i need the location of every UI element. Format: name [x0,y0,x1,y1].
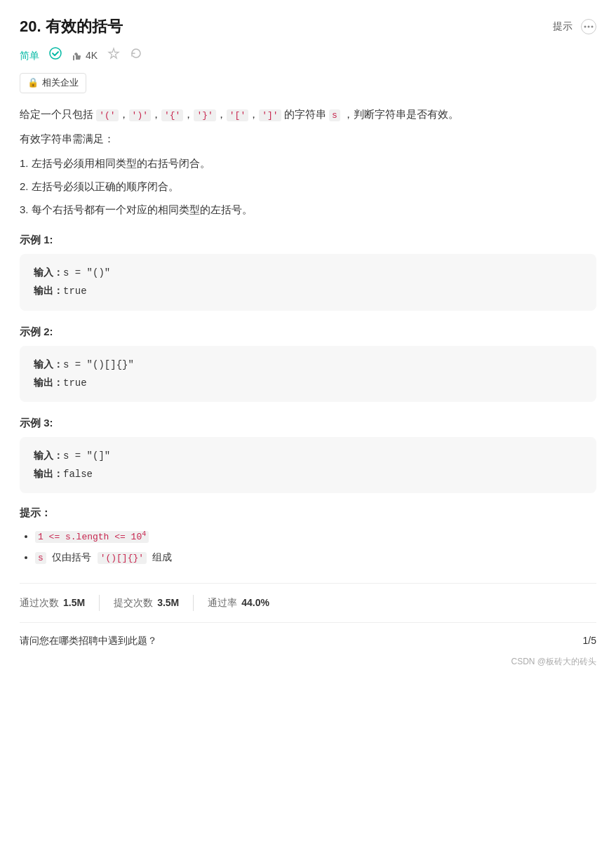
footer-question-text: 请问您在哪类招聘中遇到此题？ [20,633,157,648]
example-3-box: 输入：s = "(]" 输出：false [20,437,596,493]
example-3-output: 输出：false [34,465,582,483]
constraint-1: 1 <= s.length <= 104 [35,528,596,544]
svg-point-2 [591,25,594,27]
pass-count-stat: 通过次数 1.5M [20,595,100,610]
example-1-input: 输入：s = "()" [34,264,582,282]
constraint-2: s 仅由括号 '()[]{}' 组成 [35,550,596,566]
page-title: 20. 有效的括号 [20,14,123,39]
footer-fraction: 1/5 [583,633,596,648]
footer-attribution: CSDN @板砖大的砖头 [20,655,596,669]
star-button[interactable] [107,46,120,66]
pass-count-value: 1.5M [63,595,85,610]
svg-point-0 [584,25,587,27]
svg-point-1 [588,25,590,27]
like-count: 4K [86,48,98,63]
example-1-box: 输入：s = "()" 输出：true [20,254,596,310]
example-3-input: 输入：s = "(]" [34,447,582,465]
example-2-input: 输入：s = "()[]{}" [34,356,582,374]
pass-rate-value: 44.0% [241,595,269,610]
tag-label: 相关企业 [42,76,79,90]
stats-row: 通过次数 1.5M 提交次数 3.5M 通过率 44.0% [20,583,596,622]
refresh-icon [130,47,142,60]
example-1-output: 输出：true [34,282,582,300]
example-3-title: 示例 3: [20,415,596,431]
condition-3: 3. 每个右括号都有一个对应的相同类型的左括号。 [20,200,596,219]
example-2-box: 输入：s = "()[]{}" 输出：true [20,346,596,402]
valid-condition-title: 有效字符串需满足： [20,129,596,148]
example-2-title: 示例 2: [20,323,596,340]
star-icon [107,47,120,60]
hint-button[interactable]: 提示 [553,18,573,34]
footer-question-row: 请问您在哪类招聘中遇到此题？ 1/5 [20,633,596,648]
like-icon [72,51,83,62]
lock-icon: 🔒 [27,76,39,90]
difficulty-badge: 简单 [20,48,39,63]
condition-2: 2. 左括号必须以正确的顺序闭合。 [20,177,596,196]
submit-count-stat: 提交次数 3.5M [100,595,194,610]
constraints-title: 提示： [20,504,596,521]
solved-check-icon [49,47,62,65]
condition-1: 1. 左括号必须用相同类型的右括号闭合。 [20,154,596,173]
example-2-output: 输出：true [34,374,582,392]
pass-count-label: 通过次数 [20,595,59,610]
submit-count-label: 提交次数 [114,595,153,610]
svg-point-3 [50,48,61,59]
description-section: 给定一个只包括 '('，')'，'{'，'}'，'['，']' 的字符串 s ，… [20,105,596,219]
pass-rate-stat: 通过率 44.0% [194,595,283,610]
intro-text: 给定一个只包括 '('，')'，'{'，'}'，'['，']' 的字符串 s ，… [20,105,596,123]
company-tag[interactable]: 🔒 相关企业 [20,73,86,93]
like-button[interactable]: 4K [72,48,98,63]
refresh-button[interactable] [130,47,142,65]
condition-list: 1. 左括号必须用相同类型的右括号闭合。 2. 左括号必须以正确的顺序闭合。 3… [20,154,596,219]
example-1-title: 示例 1: [20,231,596,248]
constraints-list: 1 <= s.length <= 104 s 仅由括号 '()[]{}' 组成 [35,528,596,566]
more-icon[interactable] [581,19,596,34]
pass-rate-label: 通过率 [208,595,237,610]
submit-count-value: 3.5M [157,595,179,610]
